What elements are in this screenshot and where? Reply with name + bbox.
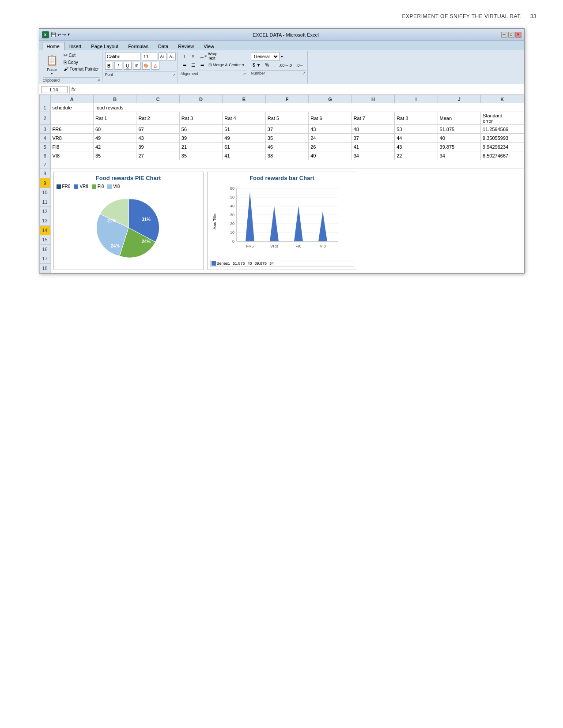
bold-button[interactable]: B: [105, 62, 113, 70]
cell-b2[interactable]: Rat 1: [93, 112, 136, 125]
row-header-18[interactable]: 18: [39, 263, 50, 273]
currency-button[interactable]: $ ▼: [251, 62, 262, 68]
undo-icon[interactable]: ↩: [57, 32, 61, 37]
cell-b5[interactable]: 42: [93, 143, 136, 151]
cell-i3[interactable]: 53: [395, 125, 438, 134]
dropdown-icon[interactable]: ▼: [67, 33, 71, 37]
wrap-text-btn[interactable]: ↵ Wrap Text: [207, 52, 215, 60]
col-header-g[interactable]: G: [309, 95, 351, 103]
cut-button[interactable]: ✂ Cut: [62, 52, 100, 59]
redo-icon[interactable]: ↪: [62, 32, 66, 37]
border-button[interactable]: ⊞: [133, 62, 141, 70]
row-header-10[interactable]: 10: [39, 188, 50, 197]
cell-k3[interactable]: 11.2594566: [481, 125, 524, 134]
cell-h5[interactable]: 41: [351, 143, 394, 151]
close-btn[interactable]: ✕: [515, 32, 521, 38]
cell-e5[interactable]: 61: [223, 143, 265, 151]
col-header-k[interactable]: K: [481, 95, 524, 103]
cell-a5[interactable]: FI8: [50, 143, 93, 151]
font-size-input[interactable]: [142, 52, 157, 61]
tab-view[interactable]: View: [199, 42, 219, 50]
font-expand-icon[interactable]: ↗: [173, 73, 176, 77]
format-painter-button[interactable]: 🖌 Format Painter: [62, 66, 100, 72]
row-header-16[interactable]: 16: [39, 244, 50, 254]
formula-input[interactable]: [77, 87, 522, 92]
number-expand-icon[interactable]: ↗: [302, 71, 306, 75]
tab-formulas[interactable]: Formulas: [123, 42, 153, 50]
align-center-btn[interactable]: ☰: [189, 61, 197, 69]
row-header-8[interactable]: 8: [39, 169, 50, 178]
cell-j5[interactable]: 39.875: [438, 143, 480, 151]
merge-dropdown-icon[interactable]: ▼: [242, 64, 245, 67]
cell-j2[interactable]: Mean: [438, 112, 480, 125]
row-header-7[interactable]: 7: [39, 160, 50, 169]
cell-j6[interactable]: 34: [438, 151, 480, 160]
increase-font-btn[interactable]: A↑: [159, 53, 166, 60]
decrease-font-btn[interactable]: A↓: [168, 53, 176, 60]
cell-f6[interactable]: 38: [265, 151, 308, 160]
cell-e4[interactable]: 49: [223, 134, 265, 143]
cell-d6[interactable]: 35: [179, 151, 222, 160]
cell-i4[interactable]: 44: [395, 134, 438, 143]
cell-e6[interactable]: 41: [223, 151, 265, 160]
merge-center-btn[interactable]: ⊞ Merge & Center ▼: [207, 62, 246, 68]
paste-button[interactable]: 📋 Paste ▼: [43, 52, 61, 76]
cell-k5[interactable]: 9.94296234: [481, 143, 524, 151]
cell-j4[interactable]: 40: [438, 134, 480, 143]
align-middle-btn[interactable]: ≡: [189, 52, 197, 60]
cell-a3[interactable]: FR6: [50, 125, 93, 134]
row-header-9[interactable]: 9: [39, 178, 50, 188]
row-header-12[interactable]: 12: [39, 206, 50, 216]
row-header-4[interactable]: 4: [39, 134, 50, 143]
cell-c5[interactable]: 39: [136, 143, 179, 151]
cell-i2[interactable]: Rat 8: [395, 112, 438, 125]
cell-g2[interactable]: Rat 6: [309, 112, 351, 125]
cell-g5[interactable]: 26: [309, 143, 351, 151]
cell-k4[interactable]: 9.35055993: [481, 134, 524, 143]
percent-button[interactable]: %: [263, 62, 271, 68]
alignment-expand-icon[interactable]: ↗: [243, 72, 246, 76]
cell-f5[interactable]: 46: [265, 143, 308, 151]
cell-d4[interactable]: 39: [179, 134, 222, 143]
cell-a2[interactable]: [50, 112, 93, 125]
col-header-e[interactable]: E: [223, 95, 265, 103]
cell-c6[interactable]: 27: [136, 151, 179, 160]
cell-f4[interactable]: 35: [265, 134, 308, 143]
maximize-btn[interactable]: □: [508, 32, 514, 38]
cell-a6[interactable]: VI8: [50, 151, 93, 160]
cell-reference-input[interactable]: [41, 86, 68, 93]
tab-insert[interactable]: Insert: [64, 42, 87, 50]
save-icon[interactable]: 💾: [51, 32, 56, 37]
cell-j3[interactable]: 51.875: [438, 125, 480, 134]
col-header-h[interactable]: H: [351, 95, 394, 103]
clipboard-expand-icon[interactable]: ↗: [97, 79, 100, 83]
tab-page-layout[interactable]: Page Layout: [86, 42, 123, 50]
cell-c3[interactable]: 67: [136, 125, 179, 134]
tab-home[interactable]: Home: [42, 42, 64, 50]
cell-a4[interactable]: VR8: [50, 134, 93, 143]
col-header-f[interactable]: F: [265, 95, 308, 103]
cell-h2[interactable]: Rat 7: [351, 112, 394, 125]
italic-button[interactable]: I: [114, 62, 122, 70]
comma-button[interactable]: ,: [272, 62, 276, 68]
tab-review[interactable]: Review: [173, 42, 199, 50]
paste-dropdown-icon[interactable]: ▼: [50, 72, 53, 75]
col-header-j[interactable]: J: [438, 95, 480, 103]
font-name-input[interactable]: [105, 52, 140, 61]
font-color-btn[interactable]: A: [151, 62, 159, 70]
row-header-11[interactable]: 11: [39, 197, 50, 206]
tab-data[interactable]: Data: [153, 42, 173, 50]
cell-h6[interactable]: 34: [351, 151, 394, 160]
fill-color-btn[interactable]: 🎨: [142, 62, 150, 70]
cell-i6[interactable]: 22: [395, 151, 438, 160]
row-header-6[interactable]: 6: [39, 151, 50, 160]
align-right-btn[interactable]: ➡: [198, 61, 206, 69]
row-header-1[interactable]: 1: [39, 103, 50, 112]
cell-g6[interactable]: 40: [309, 151, 351, 160]
row-header-2[interactable]: 2: [39, 112, 50, 125]
cell-h3[interactable]: 48: [351, 125, 394, 134]
cell-a1[interactable]: schedule: [50, 103, 93, 112]
cell-f3[interactable]: 37: [265, 125, 308, 134]
row-header-5[interactable]: 5: [39, 143, 50, 151]
number-format-select[interactable]: General: [251, 52, 280, 61]
